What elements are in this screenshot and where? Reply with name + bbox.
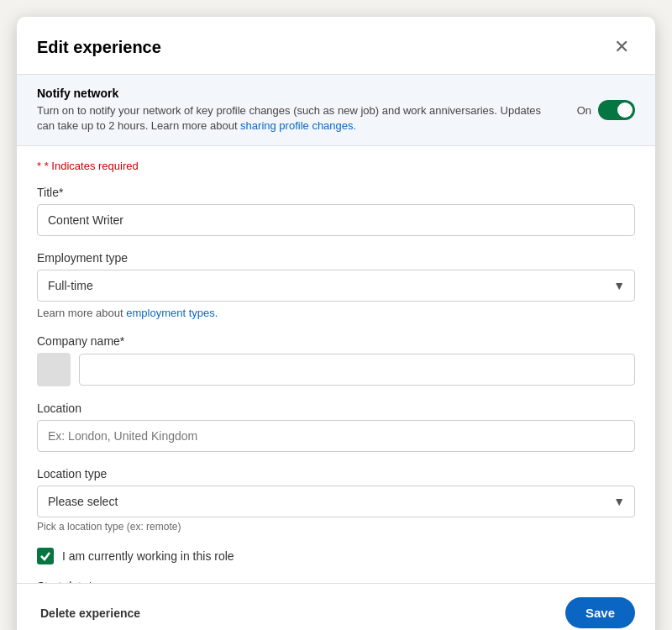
toggle-on-label: On xyxy=(577,104,591,117)
notify-title: Notify network xyxy=(37,87,560,100)
location-label: Location xyxy=(37,402,635,415)
company-logo-placeholder xyxy=(37,353,71,386)
employment-type-group: Employment type Full-time Part-time Self… xyxy=(37,251,635,319)
employment-type-label: Employment type xyxy=(37,251,635,265)
company-name-group: Company name* xyxy=(37,334,635,386)
location-type-select[interactable]: Please select On-site Hybrid Remote xyxy=(37,486,635,517)
modal-title: Edit experience xyxy=(37,38,161,57)
modal-header: Edit experience ✕ xyxy=(17,17,655,75)
modal-body: * * Indicates required Title* Employment… xyxy=(17,146,655,583)
edit-experience-modal: Edit experience ✕ Notify network Turn on… xyxy=(17,17,655,630)
location-type-label: Location type xyxy=(37,467,635,480)
employment-type-select[interactable]: Full-time Part-time Self-employed Freela… xyxy=(37,270,635,302)
close-button[interactable]: ✕ xyxy=(608,34,635,60)
currently-working-checkbox[interactable] xyxy=(37,548,54,564)
employment-types-link[interactable]: employment types. xyxy=(126,307,218,319)
currently-working-label: I am currently working in this role xyxy=(62,549,234,563)
notify-toggle-wrap: On xyxy=(577,100,635,120)
notify-text-block: Notify network Turn on to notify your ne… xyxy=(37,87,560,134)
title-label: Title* xyxy=(37,186,635,199)
company-name-input[interactable] xyxy=(79,354,635,386)
location-group: Location xyxy=(37,402,635,452)
title-input[interactable] xyxy=(37,204,635,236)
checkmark-icon xyxy=(39,550,51,562)
notify-description: Turn on to notify your network of key pr… xyxy=(37,103,560,134)
sharing-profile-changes-link[interactable]: sharing profile changes. xyxy=(240,119,356,132)
currently-working-row[interactable]: I am currently working in this role xyxy=(37,548,635,564)
company-name-label: Company name* xyxy=(37,334,635,348)
toggle-slider xyxy=(598,100,635,120)
employment-type-select-wrap: Full-time Part-time Self-employed Freela… xyxy=(37,270,635,302)
company-row xyxy=(37,353,635,386)
required-note: * * Indicates required xyxy=(37,160,635,172)
notify-toggle[interactable] xyxy=(598,100,635,120)
location-type-select-wrap: Please select On-site Hybrid Remote ▼ xyxy=(37,486,635,517)
location-type-hint: Pick a location type (ex: remote) xyxy=(37,521,635,533)
location-input[interactable] xyxy=(37,420,635,452)
save-button[interactable]: Save xyxy=(565,597,635,628)
modal-footer: Delete experience Save xyxy=(17,583,655,630)
notify-banner: Notify network Turn on to notify your ne… xyxy=(17,75,655,146)
title-group: Title* xyxy=(37,186,635,236)
location-type-group: Location type Please select On-site Hybr… xyxy=(37,467,635,533)
employment-type-hint: Learn more about employment types. xyxy=(37,307,635,319)
delete-experience-button[interactable]: Delete experience xyxy=(37,600,144,627)
